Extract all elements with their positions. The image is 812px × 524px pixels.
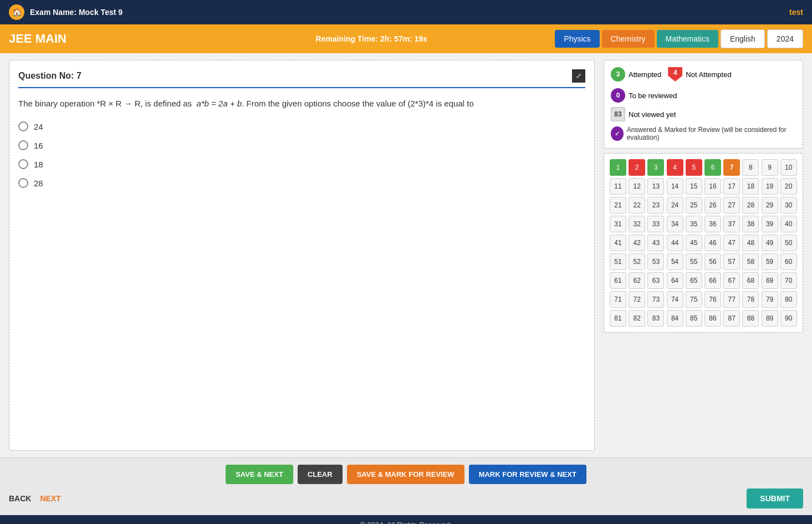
q-num-66[interactable]: 66 [704, 272, 721, 289]
q-num-24[interactable]: 24 [667, 197, 683, 213]
q-num-49[interactable]: 49 [762, 235, 778, 251]
q-num-12[interactable]: 12 [629, 178, 645, 195]
q-num-67[interactable]: 67 [723, 272, 740, 289]
q-num-22[interactable]: 22 [629, 197, 645, 213]
q-num-28[interactable]: 28 [742, 197, 759, 213]
q-num-26[interactable]: 26 [704, 197, 721, 213]
option-2[interactable]: 16 [18, 140, 585, 150]
q-num-78[interactable]: 78 [742, 291, 759, 308]
q-num-89[interactable]: 89 [762, 310, 778, 327]
q-num-1[interactable]: 1 [610, 159, 626, 176]
q-num-19[interactable]: 19 [762, 178, 778, 195]
radio-3[interactable] [18, 159, 28, 169]
q-num-31[interactable]: 31 [610, 216, 626, 232]
q-num-69[interactable]: 69 [762, 272, 778, 289]
q-num-25[interactable]: 25 [686, 197, 702, 213]
q-num-73[interactable]: 73 [647, 291, 664, 308]
submit-button[interactable]: SUBMIT [747, 489, 803, 508]
q-num-58[interactable]: 58 [742, 253, 759, 270]
q-num-5[interactable]: 5 [686, 159, 702, 176]
tab-mathematics[interactable]: Mathematics [657, 30, 718, 48]
tab-physics[interactable]: Physics [555, 30, 599, 48]
q-num-56[interactable]: 56 [704, 253, 721, 270]
q-num-18[interactable]: 18 [742, 178, 759, 195]
q-num-53[interactable]: 53 [647, 253, 664, 270]
q-num-4[interactable]: 4 [667, 159, 683, 176]
radio-2[interactable] [18, 140, 28, 150]
q-num-88[interactable]: 88 [742, 310, 759, 327]
q-num-62[interactable]: 62 [629, 272, 645, 289]
q-num-61[interactable]: 61 [610, 272, 626, 289]
q-num-33[interactable]: 33 [647, 216, 664, 232]
clear-button[interactable]: CLEAR [298, 465, 343, 484]
save-next-button[interactable]: SAVE & NEXT [226, 465, 293, 484]
back-button[interactable]: BACK [9, 494, 31, 503]
q-num-46[interactable]: 46 [704, 235, 721, 251]
q-num-90[interactable]: 90 [780, 310, 797, 327]
q-num-27[interactable]: 27 [723, 197, 740, 213]
save-mark-review-button[interactable]: SAVE & MARK FOR REVIEW [347, 465, 464, 484]
mark-review-next-button[interactable]: MARK FOR REVIEW & NEXT [469, 465, 586, 484]
q-num-82[interactable]: 82 [629, 310, 645, 327]
q-num-14[interactable]: 14 [667, 178, 683, 195]
q-num-75[interactable]: 75 [686, 291, 702, 308]
q-num-43[interactable]: 43 [647, 235, 664, 251]
q-num-16[interactable]: 16 [704, 178, 721, 195]
q-num-39[interactable]: 39 [762, 216, 778, 232]
tab-english[interactable]: English [721, 29, 765, 48]
q-num-57[interactable]: 57 [723, 253, 740, 270]
q-num-34[interactable]: 34 [667, 216, 683, 232]
tab-year[interactable]: 2024 [767, 29, 803, 48]
q-num-63[interactable]: 63 [647, 272, 664, 289]
q-num-6[interactable]: 6 [704, 159, 721, 176]
q-num-10[interactable]: 10 [780, 159, 797, 176]
q-num-76[interactable]: 76 [704, 291, 721, 308]
q-num-44[interactable]: 44 [667, 235, 683, 251]
q-num-38[interactable]: 38 [742, 216, 759, 232]
q-num-41[interactable]: 41 [610, 235, 626, 251]
q-num-15[interactable]: 15 [686, 178, 702, 195]
q-num-36[interactable]: 36 [704, 216, 721, 232]
radio-4[interactable] [18, 178, 28, 188]
q-num-84[interactable]: 84 [667, 310, 683, 327]
q-num-80[interactable]: 80 [780, 291, 797, 308]
q-num-7[interactable]: 7 [723, 159, 740, 176]
q-num-11[interactable]: 11 [610, 178, 626, 195]
q-num-85[interactable]: 85 [686, 310, 702, 327]
q-num-8[interactable]: 8 [742, 159, 759, 176]
q-num-52[interactable]: 52 [629, 253, 645, 270]
q-num-59[interactable]: 59 [762, 253, 778, 270]
q-num-35[interactable]: 35 [686, 216, 702, 232]
q-num-54[interactable]: 54 [667, 253, 683, 270]
q-num-72[interactable]: 72 [629, 291, 645, 308]
q-num-70[interactable]: 70 [780, 272, 797, 289]
q-num-9[interactable]: 9 [762, 159, 778, 176]
q-num-65[interactable]: 65 [686, 272, 702, 289]
q-num-42[interactable]: 42 [629, 235, 645, 251]
q-num-48[interactable]: 48 [742, 235, 759, 251]
expand-icon[interactable]: ⤢ [572, 69, 585, 83]
next-button[interactable]: NEXT [40, 494, 60, 503]
q-num-2[interactable]: 2 [629, 159, 645, 176]
q-num-83[interactable]: 83 [647, 310, 664, 327]
q-num-71[interactable]: 71 [610, 291, 626, 308]
q-num-45[interactable]: 45 [686, 235, 702, 251]
q-num-37[interactable]: 37 [723, 216, 740, 232]
q-num-21[interactable]: 21 [610, 197, 626, 213]
q-num-68[interactable]: 68 [742, 272, 759, 289]
q-num-29[interactable]: 29 [762, 197, 778, 213]
q-num-47[interactable]: 47 [723, 235, 740, 251]
option-4[interactable]: 28 [18, 178, 585, 188]
q-num-64[interactable]: 64 [667, 272, 683, 289]
q-num-3[interactable]: 3 [647, 159, 664, 176]
home-icon[interactable]: 🏠 [9, 4, 24, 20]
q-num-77[interactable]: 77 [723, 291, 740, 308]
q-num-55[interactable]: 55 [686, 253, 702, 270]
q-num-86[interactable]: 86 [704, 310, 721, 327]
option-1[interactable]: 24 [18, 121, 585, 131]
tab-chemistry[interactable]: Chemistry [602, 30, 655, 48]
q-num-51[interactable]: 51 [610, 253, 626, 270]
q-num-17[interactable]: 17 [723, 178, 740, 195]
q-num-13[interactable]: 13 [647, 178, 664, 195]
radio-1[interactable] [18, 121, 28, 131]
